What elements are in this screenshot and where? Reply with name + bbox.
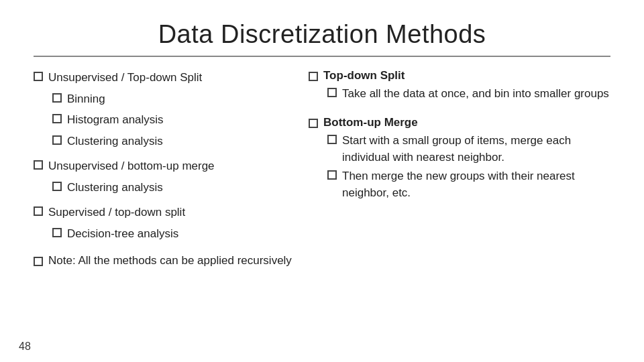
bullet-icon	[327, 170, 337, 180]
bullet-icon	[52, 182, 62, 191]
slide: Data Discretization Methods Unsupervised…	[0, 0, 644, 362]
bullet-icon	[327, 135, 337, 144]
list-item: Clustering analysis	[52, 133, 295, 150]
right-section-bottomup: Bottom-up Merge Start with a small group…	[309, 116, 610, 203]
bullet-icon	[52, 135, 62, 145]
bullet-icon	[52, 114, 62, 123]
list-item: Then merge the new groups with their nea…	[327, 168, 610, 202]
list-item: Unsupervised / Top-down Split	[34, 69, 295, 86]
bullet-icon	[327, 88, 337, 97]
bullet-icon	[309, 119, 318, 128]
list-item: Supervised / top-down split	[34, 204, 295, 221]
list-item: Start with a small group of items, merge…	[327, 132, 610, 166]
list-item: Binning	[52, 90, 295, 108]
list-item: Histogram analysis	[52, 111, 295, 129]
right-column: Top-down Split Take all the data at once…	[309, 69, 610, 349]
note-item: Note: All the methods can be applied rec…	[34, 254, 295, 267]
list-item: Decision-tree analysis	[52, 225, 295, 243]
left-column: Unsupervised / Top-down Split Binning Hi…	[34, 69, 295, 349]
bullet-icon	[52, 93, 62, 103]
bullet-icon	[309, 72, 318, 81]
section-title-bottomup: Bottom-up Merge	[309, 116, 610, 129]
content-area: Unsupervised / Top-down Split Binning Hi…	[34, 69, 610, 349]
bullet-icon	[52, 228, 62, 237]
divider	[34, 56, 610, 57]
bullet-icon	[34, 206, 43, 216]
bullet-icon	[34, 72, 43, 81]
bullet-icon	[34, 257, 43, 266]
page-number: 48	[19, 341, 31, 353]
slide-title: Data Discretization Methods	[34, 20, 610, 49]
list-item: Take all the data at once, and bin into …	[327, 85, 610, 103]
list-item: Unsupervised / bottom-up merge	[34, 158, 295, 175]
section-title-topdown: Top-down Split	[309, 69, 610, 82]
list-item: Clustering analysis	[52, 179, 295, 196]
right-section-topdown: Top-down Split Take all the data at once…	[309, 69, 610, 104]
bullet-icon	[34, 160, 43, 170]
